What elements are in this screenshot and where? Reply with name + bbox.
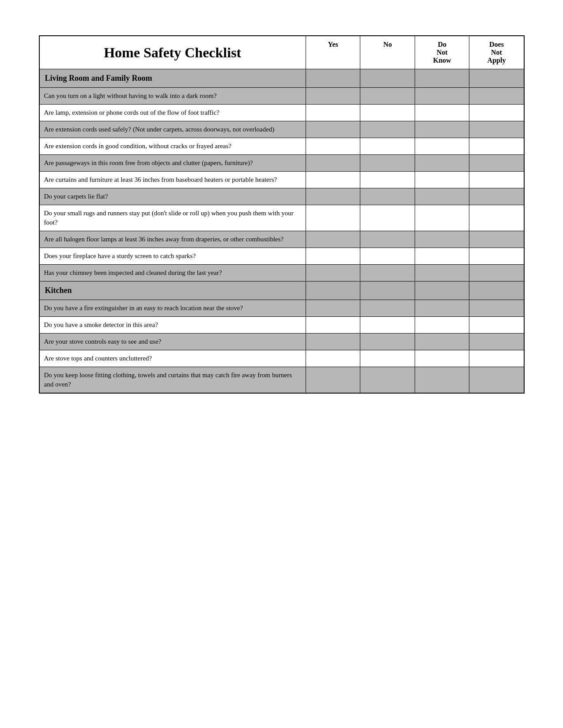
section-title-kitchen: Kitchen <box>39 281 306 300</box>
checkbox-no-lr11[interactable] <box>360 265 415 281</box>
col-header-no: No <box>360 36 415 69</box>
col-header-doesnotapply: DoesNotApply <box>469 36 524 69</box>
checkbox-yes-lr4[interactable] <box>306 138 360 155</box>
col-header-yes: Yes <box>306 36 360 69</box>
checkbox-doesNotApply-lr1[interactable] <box>469 88 524 105</box>
section-header-kitchen: Kitchen <box>39 281 524 300</box>
checkbox-yes-lr11[interactable] <box>306 265 360 281</box>
checkbox-yes-lr6[interactable] <box>306 172 360 188</box>
table-row: Are lamp, extension or phone cords out o… <box>39 105 524 121</box>
question-cell-lr1: Can you turn on a light without having t… <box>39 88 306 105</box>
checkbox-doesNotApply-lr9[interactable] <box>469 231 524 248</box>
section-header-living-room: Living Room and Family Room <box>39 69 524 88</box>
col-header-donotknow: DoNotKnow <box>415 36 469 69</box>
table-row: Has your chimney been inspected and clea… <box>39 265 524 281</box>
table-row: Do you keep loose fitting clothing, towe… <box>39 367 524 394</box>
checkbox-no-lr3[interactable] <box>360 121 415 138</box>
question-cell-k2: Do you have a smoke detector in this are… <box>39 317 306 334</box>
checkbox-yes-k3[interactable] <box>306 334 360 350</box>
checkbox-yes-k1[interactable] <box>306 300 360 317</box>
checkbox-doNotKnow-lr7[interactable] <box>415 188 469 205</box>
checkbox-no-k4[interactable] <box>360 350 415 367</box>
table-row: Do you have a fire extinguisher in an ea… <box>39 300 524 317</box>
checkbox-doNotKnow-lr1[interactable] <box>415 88 469 105</box>
checkbox-doNotKnow-lr4[interactable] <box>415 138 469 155</box>
checkbox-no-lr4[interactable] <box>360 138 415 155</box>
table-row: Do your small rugs and runners stay put … <box>39 205 524 231</box>
question-cell-lr5: Are passageways in this room free from o… <box>39 155 306 172</box>
checkbox-doesNotApply-lr4[interactable] <box>469 138 524 155</box>
header-row: Home Safety Checklist Yes No DoNotKnow D… <box>39 36 524 69</box>
checkbox-doesNotApply-lr3[interactable] <box>469 121 524 138</box>
checkbox-doesNotApply-k3[interactable] <box>469 334 524 350</box>
checkbox-yes-lr8[interactable] <box>306 205 360 231</box>
checkbox-doNotKnow-lr3[interactable] <box>415 121 469 138</box>
section-title-living-room: Living Room and Family Room <box>39 69 306 88</box>
question-cell-k5: Do you keep loose fitting clothing, towe… <box>39 367 306 394</box>
checkbox-yes-lr5[interactable] <box>306 155 360 172</box>
checklist-table: Home Safety Checklist Yes No DoNotKnow D… <box>39 35 525 394</box>
checkbox-no-lr9[interactable] <box>360 231 415 248</box>
checkbox-doesNotApply-k4[interactable] <box>469 350 524 367</box>
checkbox-no-k2[interactable] <box>360 317 415 334</box>
checkbox-doesNotApply-lr2[interactable] <box>469 105 524 121</box>
checkbox-yes-lr9[interactable] <box>306 231 360 248</box>
checkbox-no-lr7[interactable] <box>360 188 415 205</box>
checkbox-doNotKnow-k2[interactable] <box>415 317 469 334</box>
checkbox-yes-k5[interactable] <box>306 367 360 394</box>
checkbox-yes-lr2[interactable] <box>306 105 360 121</box>
checkbox-doesNotApply-lr11[interactable] <box>469 265 524 281</box>
checkbox-doesNotApply-k5[interactable] <box>469 367 524 394</box>
checkbox-no-k3[interactable] <box>360 334 415 350</box>
question-cell-k3: Are your stove controls easy to see and … <box>39 334 306 350</box>
checkbox-doNotKnow-k1[interactable] <box>415 300 469 317</box>
table-row: Are extension cords in good condition, w… <box>39 138 524 155</box>
checkbox-no-lr2[interactable] <box>360 105 415 121</box>
table-row: Are curtains and furniture at least 36 i… <box>39 172 524 188</box>
checkbox-yes-k4[interactable] <box>306 350 360 367</box>
checkbox-doNotKnow-k3[interactable] <box>415 334 469 350</box>
checkbox-doNotKnow-lr6[interactable] <box>415 172 469 188</box>
checkbox-doNotKnow-lr8[interactable] <box>415 205 469 231</box>
checkbox-doNotKnow-lr5[interactable] <box>415 155 469 172</box>
checkbox-doNotKnow-lr2[interactable] <box>415 105 469 121</box>
checklist-container: Home Safety Checklist Yes No DoNotKnow D… <box>39 35 525 394</box>
checkbox-no-k5[interactable] <box>360 367 415 394</box>
checkbox-no-lr10[interactable] <box>360 248 415 265</box>
question-cell-lr7: Do your carpets lie flat? <box>39 188 306 205</box>
question-cell-lr4: Are extension cords in good condition, w… <box>39 138 306 155</box>
checkbox-doesNotApply-lr5[interactable] <box>469 155 524 172</box>
checkbox-yes-lr7[interactable] <box>306 188 360 205</box>
checkbox-no-lr5[interactable] <box>360 155 415 172</box>
question-cell-k1: Do you have a fire extinguisher in an ea… <box>39 300 306 317</box>
checkbox-doesNotApply-k2[interactable] <box>469 317 524 334</box>
checkbox-no-lr8[interactable] <box>360 205 415 231</box>
checkbox-yes-lr1[interactable] <box>306 88 360 105</box>
checkbox-doesNotApply-lr6[interactable] <box>469 172 524 188</box>
checkbox-yes-lr10[interactable] <box>306 248 360 265</box>
checkbox-doNotKnow-lr11[interactable] <box>415 265 469 281</box>
checkbox-yes-lr3[interactable] <box>306 121 360 138</box>
checkbox-doNotKnow-k5[interactable] <box>415 367 469 394</box>
table-title: Home Safety Checklist <box>39 36 306 69</box>
table-row: Can you turn on a light without having t… <box>39 88 524 105</box>
checkbox-doesNotApply-lr7[interactable] <box>469 188 524 205</box>
table-row: Are your stove controls easy to see and … <box>39 334 524 350</box>
checkbox-no-lr6[interactable] <box>360 172 415 188</box>
question-cell-lr8: Do your small rugs and runners stay put … <box>39 205 306 231</box>
checkbox-no-k1[interactable] <box>360 300 415 317</box>
table-row: Are all halogen floor lamps at least 36 … <box>39 231 524 248</box>
question-cell-lr11: Has your chimney been inspected and clea… <box>39 265 306 281</box>
table-row: Are passageways in this room free from o… <box>39 155 524 172</box>
checkbox-no-lr1[interactable] <box>360 88 415 105</box>
checkbox-doesNotApply-lr10[interactable] <box>469 248 524 265</box>
checkbox-doNotKnow-lr9[interactable] <box>415 231 469 248</box>
checkbox-doesNotApply-k1[interactable] <box>469 300 524 317</box>
checkbox-doesNotApply-lr8[interactable] <box>469 205 524 231</box>
table-row: Are extension cords used safely? (Not un… <box>39 121 524 138</box>
checkbox-doNotKnow-k4[interactable] <box>415 350 469 367</box>
checkbox-yes-k2[interactable] <box>306 317 360 334</box>
table-row: Do your carpets lie flat? <box>39 188 524 205</box>
question-cell-lr6: Are curtains and furniture at least 36 i… <box>39 172 306 188</box>
checkbox-doNotKnow-lr10[interactable] <box>415 248 469 265</box>
